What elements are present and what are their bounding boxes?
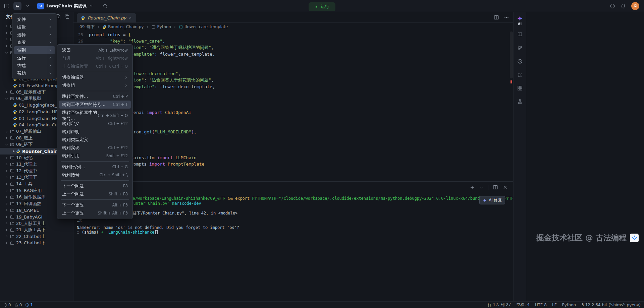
run-button[interactable]: 运行	[309, 2, 335, 11]
go-menu-item-20[interactable]: 下一个问题F8	[59, 182, 131, 190]
breadcrumb-label: flower_care_template	[184, 24, 228, 29]
status-item-2[interactable]: UTF-8	[535, 303, 547, 307]
go-menu-item-21[interactable]: 上一个问题Shift + F8	[59, 190, 131, 198]
go-menu-item-5[interactable]: 切换组	[59, 81, 131, 89]
go-menu-item-17[interactable]: 转到行/列...Ctrl + G	[59, 163, 131, 171]
main-menu-item-7[interactable]: 帮助	[14, 69, 55, 77]
ide-logo[interactable]	[13, 2, 21, 10]
problems-summary[interactable]: 001	[3, 303, 33, 307]
editor-scrollbar[interactable]	[510, 32, 513, 78]
toggle-sidebar-icon[interactable]	[4, 3, 9, 9]
workspace-badge[interactable]: LangChain 实战课	[37, 3, 93, 9]
menu-shortcut: Shift + Alt + F3	[98, 211, 128, 215]
terminal-output[interactable]: ke COMMAND="cd /cloudide/workspace/LangC…	[77, 196, 513, 301]
go-menu-item-23[interactable]: 下一个更改Alt + F3	[59, 201, 131, 209]
main-menu-item-4[interactable]: 转到	[14, 46, 55, 54]
tree-folder-33[interactable]: 23_Chatbot下	[0, 240, 73, 247]
help-icon[interactable]	[610, 3, 615, 9]
go-menu-item-4[interactable]: 切换编辑器	[59, 73, 131, 81]
code-line: 29 },	[73, 57, 513, 64]
breadcrumb-item-3[interactable]: flower_care_template	[179, 24, 228, 29]
notifications-icon[interactable]	[621, 3, 626, 9]
menu-item-label: 返回	[62, 47, 71, 53]
status-item-1[interactable]: 空格: 4	[517, 302, 530, 308]
menu-shortcut: Ctrl + G	[112, 165, 128, 169]
go-menu-item-15[interactable]: 转到引用Shift + F12	[59, 152, 131, 160]
code-editor[interactable]: 25prompt_infos = [26 "key": "flower_care…	[73, 31, 513, 181]
tree-chevron-icon	[5, 51, 8, 55]
run-button-label: 运行	[321, 4, 329, 10]
tabbar-actions	[494, 15, 509, 20]
go-menu-item-10[interactable]: 跳转至编辑器中的符号...Ctrl + Shift + O	[59, 112, 131, 120]
status-item-5[interactable]: 3.12.2 64-bit ('shims': pyenv)	[581, 303, 641, 307]
breadcrumb-separator-icon	[97, 25, 100, 29]
new-terminal-icon[interactable]	[470, 185, 475, 190]
menu-item-label: 终端	[17, 63, 26, 69]
folder-icon	[10, 182, 14, 186]
folder-icon	[10, 97, 14, 101]
breadcrumb-item-0[interactable]: 09_链下	[79, 24, 95, 30]
beaker-icon[interactable]	[517, 99, 523, 104]
main-menu-item-0[interactable]: 文件	[14, 15, 55, 23]
ai-assistant-button[interactable]: AI	[517, 15, 523, 26]
status-item-4[interactable]: Python	[562, 303, 576, 307]
grid-icon[interactable]	[517, 85, 523, 91]
status-warning[interactable]: 0	[14, 303, 22, 307]
python-file-icon	[16, 149, 20, 153]
go-menu-item-12[interactable]: 转到声明	[59, 128, 131, 136]
terminal-panel: ke COMMAND="cd /cloudide/workspace/LangC…	[73, 181, 513, 301]
tree-chevron-icon	[5, 241, 8, 245]
terminal-dropdown-icon[interactable]	[479, 185, 484, 190]
split-terminal-icon[interactable]	[493, 185, 498, 190]
clock-icon[interactable]	[517, 59, 523, 64]
status-error[interactable]: 0	[3, 303, 11, 307]
git-branch-icon[interactable]	[517, 45, 523, 51]
split-editor-icon[interactable]	[494, 15, 499, 20]
tree-chevron-icon	[5, 143, 8, 146]
go-menu-item-13[interactable]: 转到类型定义	[59, 136, 131, 144]
ai-fix-button[interactable]: AI 修复	[479, 196, 505, 204]
tree-chevron-icon	[5, 195, 8, 199]
search-icon[interactable]	[103, 3, 108, 9]
submenu-chevron-icon	[48, 17, 52, 21]
avatar[interactable]	[631, 2, 639, 10]
go-menu-item-8[interactable]: 转到工作区中的符号...Ctrl + T	[59, 101, 131, 109]
go-menu-item-0[interactable]: 返回Alt + LeftArrow	[59, 46, 131, 54]
bug-icon[interactable]	[517, 72, 523, 77]
submenu-chevron-icon	[48, 64, 52, 67]
go-menu-item-7[interactable]: 跳转至文件...Ctrl + P	[59, 93, 131, 101]
tab-rounter-chain[interactable]: Rounter_Chain.py	[77, 13, 136, 22]
more-actions-icon[interactable]	[504, 15, 509, 20]
code-line: 38	[73, 116, 513, 122]
tree-folder-31[interactable]: 21_人脉工具下	[0, 227, 73, 233]
breadcrumb-item-1[interactable]: Rounter_Chain.py	[102, 24, 144, 29]
tree-item-label: 13_代理下	[16, 174, 37, 180]
menu-chevron-icon[interactable]	[25, 4, 30, 8]
main-menu-item-1[interactable]: 编辑	[14, 23, 55, 31]
close-tab-icon[interactable]	[128, 16, 132, 20]
main-menu-item-2[interactable]: 选择	[14, 31, 55, 39]
tree-item-label: 20_人脉工具上	[16, 221, 46, 227]
go-menu-item-18[interactable]: 转到括号Ctrl + Shift + \	[59, 171, 131, 179]
status-item-0[interactable]: 行 12, 列 27	[488, 302, 511, 308]
status-item-3[interactable]: LF	[552, 303, 557, 307]
tree-folder-30[interactable]: 20_人脉工具上	[0, 220, 73, 227]
status-right: 行 12, 列 27空格: 4UTF-8LFPython3.12.2 64-bi…	[488, 302, 641, 308]
breadcrumb-item-2[interactable]: Python	[151, 24, 171, 29]
tree-folder-32[interactable]: 22_Chatbot上	[0, 233, 73, 240]
go-menu-item-14[interactable]: 转到实现Ctrl + F12	[59, 144, 131, 152]
menu-shortcut: Alt + RightArrow	[96, 56, 128, 61]
status-info[interactable]: 1	[25, 303, 33, 307]
main-menu-item-3[interactable]: 查看	[14, 39, 55, 46]
menu-shortcut: Ctrl + Shift + \	[100, 173, 128, 177]
collapse-all-icon[interactable]	[64, 14, 70, 19]
main-menu-item-5[interactable]: 运行	[14, 54, 55, 62]
main-menu-item-6[interactable]: 终端	[14, 62, 55, 69]
book-icon[interactable]	[517, 32, 523, 37]
folder-icon	[10, 175, 14, 180]
menu-item-label: 前进	[62, 55, 71, 61]
close-terminal-icon[interactable]	[502, 185, 508, 190]
code-line: 25prompt_infos = [	[73, 32, 513, 38]
go-menu-item-24[interactable]: 上一个更改Shift + Alt + F3	[59, 209, 131, 217]
editor-column: Rounter_Chain.py 09_链下Rounter_Chain.pyPy…	[73, 12, 513, 301]
